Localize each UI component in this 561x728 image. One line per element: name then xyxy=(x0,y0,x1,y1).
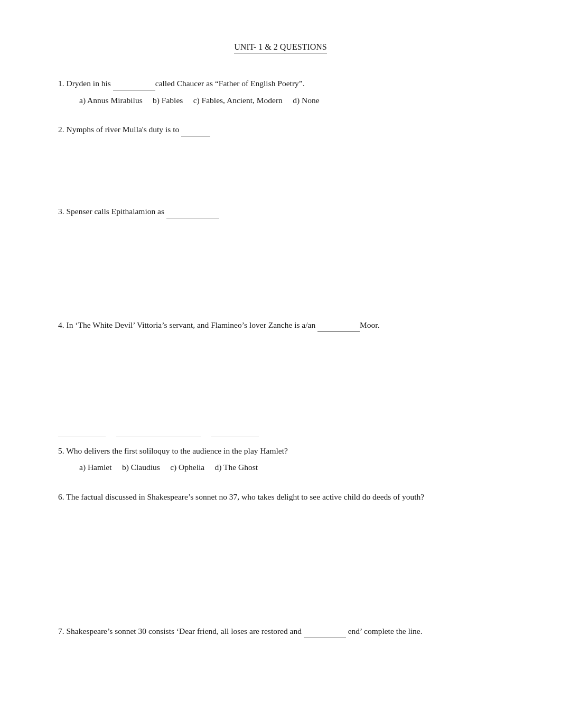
spacer-3-4 xyxy=(58,234,503,287)
decorative-line-1 xyxy=(58,437,106,437)
question-7: 7. Shakespeare’s sonnet 30 consists ‘Dea… xyxy=(58,625,503,638)
q5-options-text: a) Hamlet b) Claudius c) Ophelia d) The … xyxy=(79,463,258,472)
question-5-options: a) Hamlet b) Claudius c) Ophelia d) The … xyxy=(79,460,503,474)
q1-options-text: a) Annus Mirabilus b) Fables c) Fables, … xyxy=(79,96,320,105)
page: UNIT- 1 & 2 QUESTIONS 1. Dryden in his c… xyxy=(0,0,561,728)
question-2: 2. Nymphs of river Mulla's duty is to xyxy=(58,123,503,136)
question-5-text: 5. Who delivers the first soliloquy to t… xyxy=(58,445,503,458)
q1-number: 1. Dryden in his xyxy=(58,79,113,88)
spacer-3-4b xyxy=(58,287,503,319)
q4-blank[interactable] xyxy=(317,324,360,332)
title-wrapper: UNIT- 1 & 2 QUESTIONS xyxy=(58,42,503,53)
spacer-4-5 xyxy=(58,348,503,401)
question-1: 1. Dryden in his called Chaucer as “Fath… xyxy=(58,77,503,107)
q4-number: 4. In ‘The White Devil’ Vittoria’s serva… xyxy=(58,320,317,329)
q7-blank[interactable] xyxy=(304,630,346,639)
q7-after: end’ complete the line. xyxy=(346,626,423,635)
decorative-line-3 xyxy=(211,437,259,437)
q7-number: 7. Shakespeare’s sonnet 30 consists ‘Dea… xyxy=(58,626,304,635)
q1-blank[interactable] xyxy=(113,82,155,90)
question-2-text: 2. Nymphs of river Mulla's duty is to xyxy=(58,123,503,136)
page-title-text: UNIT- 1 & 2 QUESTIONS xyxy=(234,42,326,51)
question-5: 5. Who delivers the first soliloquy to t… xyxy=(58,445,503,475)
q1-after: called Chaucer as “Father of English Poe… xyxy=(155,79,305,88)
question-7-text: 7. Shakespeare’s sonnet 30 consists ‘Dea… xyxy=(58,625,503,638)
question-1-options: a) Annus Mirabilus b) Fables c) Fables, … xyxy=(79,94,503,107)
spacer-6-7b xyxy=(58,572,503,625)
question-6-text: 6. The factual discussed in Shakespeare’… xyxy=(58,491,503,504)
q3-blank[interactable] xyxy=(166,210,219,218)
question-1-text: 1. Dryden in his called Chaucer as “Fath… xyxy=(58,77,503,90)
spacer-6-7 xyxy=(58,519,503,572)
question-6: 6. The factual discussed in Shakespeare’… xyxy=(58,491,503,504)
q5-number: 5. Who delivers the first soliloquy to t… xyxy=(58,446,288,455)
decorative-line-2 xyxy=(116,437,201,437)
q2-number: 2. Nymphs of river Mulla's duty is to xyxy=(58,125,181,134)
q6-number: 6. The factual discussed in Shakespeare’… xyxy=(58,492,424,501)
question-3: 3. Spenser calls Epithalamion as xyxy=(58,205,503,218)
q2-blank[interactable] xyxy=(181,128,210,136)
q4-after: Moor. xyxy=(360,320,379,329)
question-4-text: 4. In ‘The White Devil’ Vittoria’s serva… xyxy=(58,319,503,332)
page-title: UNIT- 1 & 2 QUESTIONS xyxy=(234,42,326,53)
question-4: 4. In ‘The White Devil’ Vittoria’s serva… xyxy=(58,319,503,332)
decorative-lines xyxy=(58,437,503,437)
spacer-4-5b xyxy=(58,401,503,432)
spacer-2-3 xyxy=(58,152,503,205)
question-3-text: 3. Spenser calls Epithalamion as xyxy=(58,205,503,218)
q3-number: 3. Spenser calls Epithalamion as xyxy=(58,207,166,216)
